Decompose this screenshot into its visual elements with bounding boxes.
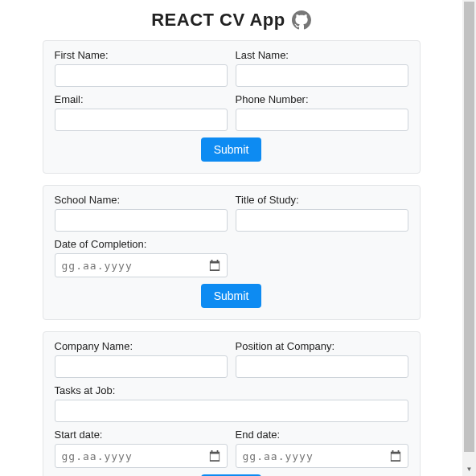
school-name-label: School Name: [55, 194, 228, 206]
calendar-icon[interactable] [390, 450, 401, 462]
company-name-field: Company Name: [55, 340, 228, 378]
scroll-down-icon[interactable]: ▼ [462, 462, 476, 476]
first-name-input[interactable] [55, 64, 228, 87]
tasks-input[interactable] [55, 400, 408, 422]
phone-input[interactable] [236, 109, 408, 131]
school-name-input[interactable] [55, 209, 228, 232]
github-icon[interactable] [292, 10, 311, 30]
company-name-label: Company Name: [55, 340, 228, 352]
tasks-label: Tasks at Job: [55, 384, 408, 396]
personal-section: First Name: Last Name: Email: Phone Numb… [43, 40, 421, 174]
tasks-field: Tasks at Job: [55, 384, 408, 422]
position-field: Position at Company: [236, 340, 408, 378]
school-name-field: School Name: [55, 194, 228, 232]
email-label: Email: [55, 93, 228, 105]
position-input[interactable] [236, 355, 408, 378]
phone-field: Phone Number: [236, 93, 408, 131]
first-name-field: First Name: [55, 49, 228, 87]
position-label: Position at Company: [236, 340, 408, 352]
email-field: Email: [55, 93, 228, 131]
scrollbar-track[interactable]: ▲ ▼ [462, 0, 476, 476]
submit-education-button[interactable]: Submit [201, 284, 262, 308]
scrollbar-thumb[interactable] [464, 2, 474, 452]
calendar-icon[interactable] [209, 450, 220, 462]
experience-section: Company Name: Position at Company: Tasks… [43, 331, 421, 476]
title-of-study-label: Title of Study: [236, 194, 408, 206]
date-placeholder: gg.aa.yyyy [243, 450, 390, 462]
end-date-label: End date: [236, 429, 408, 441]
spacer [236, 238, 408, 277]
start-date-field: Start date: gg.aa.yyyy [55, 429, 228, 468]
last-name-label: Last Name: [236, 49, 408, 61]
page-title: REACT CV App [151, 10, 285, 31]
last-name-field: Last Name: [236, 49, 408, 87]
company-name-input[interactable] [55, 355, 228, 378]
end-date-field: End date: gg.aa.yyyy [236, 429, 408, 468]
completion-date-field: Date of Completion: gg.aa.yyyy [55, 238, 228, 277]
completion-date-label: Date of Completion: [55, 238, 228, 250]
app-header: REACT CV App [0, 10, 462, 31]
start-date-label: Start date: [55, 429, 228, 441]
phone-label: Phone Number: [236, 93, 408, 105]
first-name-label: First Name: [55, 49, 228, 61]
date-placeholder: gg.aa.yyyy [62, 260, 209, 272]
education-section: School Name: Title of Study: Date of Com… [43, 185, 421, 320]
submit-personal-button[interactable]: Submit [201, 137, 262, 162]
end-date-input[interactable]: gg.aa.yyyy [236, 444, 408, 468]
date-placeholder: gg.aa.yyyy [62, 450, 209, 462]
title-of-study-field: Title of Study: [236, 194, 408, 232]
email-input[interactable] [55, 109, 228, 131]
calendar-icon[interactable] [209, 260, 220, 271]
start-date-input[interactable]: gg.aa.yyyy [55, 444, 228, 468]
title-of-study-input[interactable] [236, 209, 408, 232]
last-name-input[interactable] [236, 64, 408, 87]
completion-date-input[interactable]: gg.aa.yyyy [55, 253, 228, 277]
